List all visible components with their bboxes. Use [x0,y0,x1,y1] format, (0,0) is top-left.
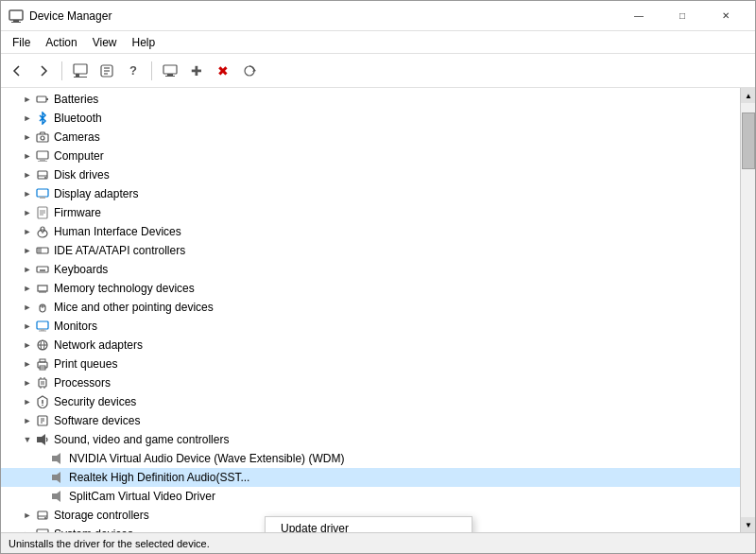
tree-icon-keyboards [35,262,50,277]
svg-rect-10 [163,65,177,74]
tree-arrow-memory-tech: ► [20,281,35,296]
minimize-button[interactable]: — [617,1,661,31]
tree-icon-processors [35,375,50,390]
svg-rect-15 [37,96,46,102]
svg-point-24 [44,177,46,179]
tree-label-sound: Sound, video and game controllers [54,433,229,446]
tree-label-cameras: Cameras [54,130,100,144]
toolbar-sep-2 [151,61,152,80]
toolbar: ? ✚ ✖ [1,54,755,88]
tree-label-display-adapters: Display adapters [54,187,138,200]
svg-rect-73 [37,437,42,442]
status-bar: Uninstalls the driver for the selected d… [1,532,755,553]
computer-button[interactable] [158,59,182,83]
tree-arrow-cameras: ► [20,130,35,145]
tree-item-processors[interactable]: ► Processors [1,373,740,392]
tree-item-monitors[interactable]: ► Monitors [1,317,740,336]
tree-item-keyboards[interactable]: ► Keyboards [1,260,740,279]
tree-item-display-adapters[interactable]: ► Display adapters [1,184,740,203]
update-button[interactable] [94,59,119,83]
main-content: ► Batteries ► Bluetooth ► Cameras [1,88,755,532]
tree-label-splitcam: SplitCam Virtual Video Driver [69,490,215,503]
scroll-thumb[interactable] [742,113,755,169]
svg-rect-16 [46,98,48,100]
tree-arrow-disk-drives: ► [20,167,35,182]
tree-item-computer[interactable]: ► Computer [1,147,740,165]
svg-rect-2 [11,22,21,23]
toolbar-sep-1 [61,61,62,80]
svg-rect-17 [37,134,48,142]
help-button[interactable]: ? [121,59,146,83]
tree-item-mice[interactable]: ► Mice and other pointing devices [1,298,740,317]
remove-button[interactable]: ✖ [211,59,235,83]
tree-arrow-firmware: ► [20,205,35,220]
forward-button[interactable] [31,59,56,83]
tree-label-hid: Human Interface Devices [54,225,181,238]
tree-icon-monitors [35,319,50,334]
tree-item-security[interactable]: ► Security devices [1,392,740,411]
tree-item-cameras[interactable]: ► Cameras [1,128,740,147]
status-text: Uninstalls the driver for the selected d… [9,538,210,549]
add-button[interactable]: ✚ [184,59,209,83]
tree-label-software: Software devices [54,414,140,427]
tree-arrow-monitors: ► [20,319,35,334]
tree-item-firmware[interactable]: ► Firmware [1,203,740,222]
tree-item-memory-tech[interactable]: ► Memory technology devices [1,279,740,298]
menu-view[interactable]: View [85,34,125,51]
tree-item-software[interactable]: ► Software devices [1,411,740,430]
tree-panel[interactable]: ► Batteries ► Bluetooth ► Cameras [1,88,740,532]
tree-label-security: Security devices [54,395,136,408]
tree-item-splitcam[interactable]: ► SplitCam Virtual Video Driver [1,487,740,506]
menu-action[interactable]: Action [38,34,84,51]
svg-rect-74 [52,456,57,461]
tree-icon-disk-drives [35,167,50,182]
tree-item-ide[interactable]: ► IDE ATA/ATAPI controllers [1,241,740,260]
tree-icon-splitcam [50,489,65,504]
maximize-button[interactable]: □ [661,1,704,31]
tree-icon-network [35,338,50,353]
scroll-up-button[interactable]: ▲ [741,88,755,103]
svg-rect-21 [38,161,47,162]
scroll-down-button[interactable]: ▼ [741,517,755,532]
tree-icon-ide [35,243,50,258]
tree-item-network[interactable]: ► Network adapters [1,336,740,355]
tree-label-computer: Computer [54,149,104,163]
tree-label-firmware: Firmware [54,206,101,219]
back-button[interactable] [5,59,29,83]
svg-rect-52 [37,321,48,329]
scan-button[interactable] [237,59,262,83]
svg-rect-11 [167,74,173,76]
tree-arrow-mice: ► [20,300,35,315]
ctx-update-driver[interactable]: Update driver [266,517,472,532]
tree-item-print[interactable]: ► Print queues [1,355,740,373]
scroll-track[interactable] [741,103,755,517]
tree-item-bluetooth[interactable]: ► Bluetooth [1,109,740,128]
tree-icon-batteries [35,92,50,107]
tree-item-nvidia[interactable]: ► NVIDIA Virtual Audio Device (Wave Exte… [1,449,740,468]
tree-item-sound[interactable]: ▼ Sound, video and game controllers [1,430,740,449]
svg-rect-1 [13,20,19,22]
menu-help[interactable]: Help [125,34,163,51]
tree-arrow-hid: ► [20,224,35,239]
properties-button[interactable] [68,59,93,83]
tree-label-storage: Storage controllers [54,509,149,522]
tree-item-batteries[interactable]: ► Batteries [1,90,740,109]
svg-rect-76 [52,493,57,499]
tree-label-keyboards: Keyboards [54,263,108,276]
tree-icon-display-adapters [35,186,50,201]
tree-icon-realtek [50,470,65,485]
tree-item-hid[interactable]: ► Human Interface Devices [1,222,740,241]
svg-rect-12 [165,76,175,77]
tree-label-processors: Processors [54,376,111,390]
tree-arrow-print: ► [20,356,35,372]
tree-icon-storage [35,508,50,523]
title-bar: Device Manager — □ ✕ [1,1,755,31]
tree-item-disk-drives[interactable]: ► Disk drives [1,165,740,184]
tree-arrow-network: ► [20,338,35,353]
menu-file[interactable]: File [5,34,38,51]
tree-icon-bluetooth [35,111,50,126]
tree-item-realtek[interactable]: ► Realtek High Definition Audio(SST... [1,468,740,487]
scrollbar[interactable]: ▲ ▼ [740,88,755,532]
svg-rect-5 [74,77,87,78]
close-button[interactable]: ✕ [704,1,747,31]
